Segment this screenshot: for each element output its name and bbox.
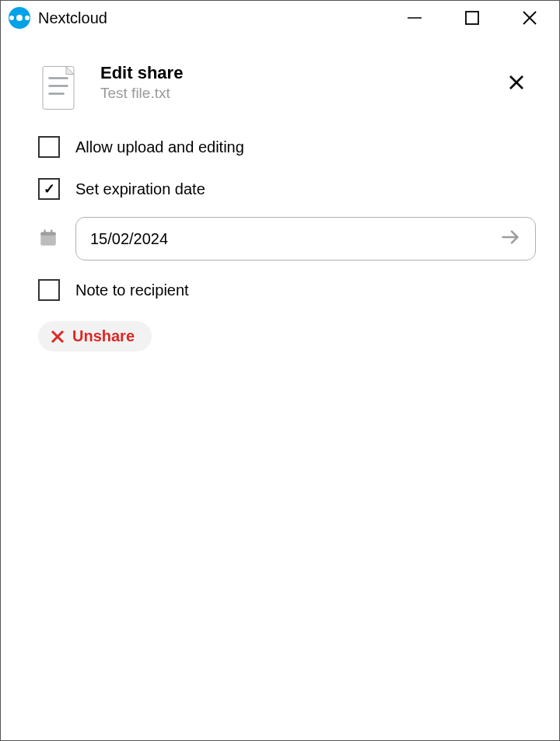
panel-title: Edit share (100, 63, 508, 83)
label-note-recipient: Note to recipient (75, 281, 189, 299)
svg-rect-12 (44, 229, 46, 233)
file-icon (38, 65, 79, 111)
arrow-right-icon[interactable] (499, 226, 521, 252)
checkbox-note-recipient[interactable] (38, 279, 60, 301)
unshare-label: Unshare (72, 327, 135, 345)
titlebar: Nextcloud (1, 1, 559, 35)
window-title: Nextcloud (38, 9, 107, 27)
option-note-recipient[interactable]: Note to recipient (38, 274, 536, 306)
option-set-expiration[interactable]: ✓ Set expiration date (38, 173, 536, 204)
checkbox-set-expiration[interactable]: ✓ (38, 178, 60, 200)
svg-rect-11 (40, 232, 56, 235)
expiration-date-row: 15/02/2024 (38, 217, 536, 260)
file-name: Test file.txt (100, 85, 508, 102)
content-panel: Edit share Test file.txt Allow upload an… (1, 35, 559, 740)
close-window-button[interactable] (519, 7, 541, 29)
option-allow-upload[interactable]: Allow upload and editing (38, 131, 536, 163)
calendar-icon (38, 228, 60, 250)
unshare-x-icon (51, 330, 65, 344)
close-panel-button[interactable] (508, 74, 525, 94)
close-icon (508, 74, 525, 91)
label-set-expiration: Set expiration date (75, 180, 205, 198)
unshare-row: Unshare (38, 321, 536, 351)
minimize-button[interactable] (404, 7, 425, 29)
label-allow-upload: Allow upload and editing (75, 138, 244, 156)
svg-rect-13 (51, 229, 52, 233)
checkbox-allow-upload[interactable] (38, 136, 60, 158)
app-window: Nextcloud (0, 0, 560, 741)
svg-rect-1 (466, 12, 478, 24)
unshare-button[interactable]: Unshare (38, 321, 152, 351)
expiration-date-value: 15/02/2024 (90, 230, 499, 248)
expiration-date-input[interactable]: 15/02/2024 (75, 217, 536, 260)
window-controls (404, 7, 541, 29)
maximize-button[interactable] (461, 7, 483, 29)
nextcloud-icon (9, 7, 30, 29)
share-header: Edit share Test file.txt (38, 63, 536, 111)
check-mark-icon: ✓ (44, 180, 55, 197)
